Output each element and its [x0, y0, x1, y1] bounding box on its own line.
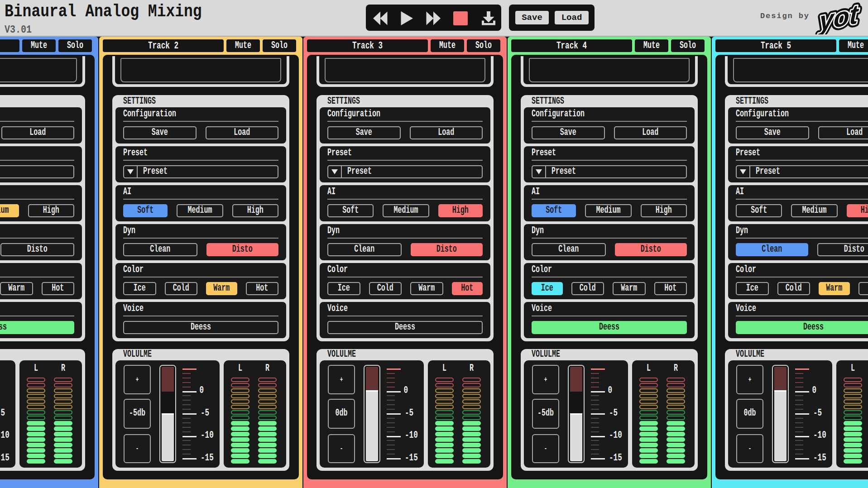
- svg-text:yot: yot: [818, 2, 860, 34]
